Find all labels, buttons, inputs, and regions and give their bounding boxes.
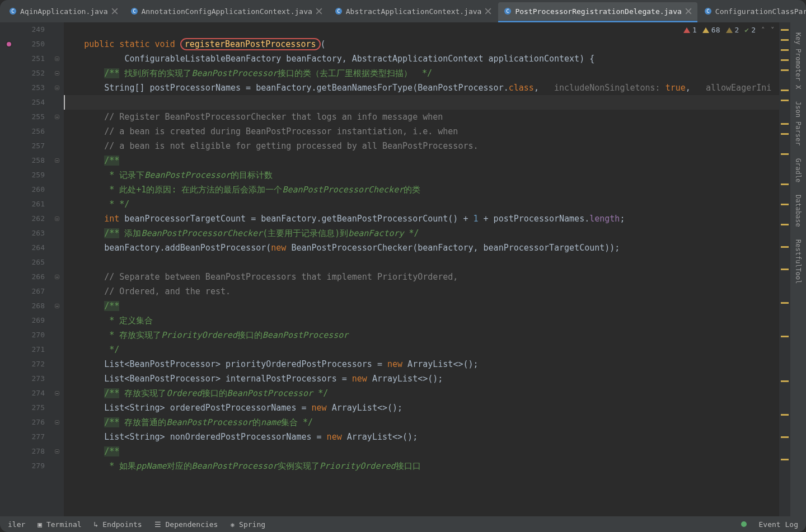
- stripe-warning-mark[interactable]: [781, 29, 789, 31]
- editor-tab[interactable]: CPostProcessorRegistrationDelegate.java: [498, 2, 697, 20]
- line-number[interactable]: 269: [18, 313, 45, 328]
- code-line[interactable]: * 存放实现了PriorityOrdered接口的BeanPostProcess…: [64, 328, 779, 342]
- close-icon[interactable]: [485, 8, 491, 15]
- editor-tab[interactable]: CAnnotationConfigApplicationContext.java: [125, 2, 328, 20]
- fold-toggle-icon[interactable]: [55, 449, 59, 454]
- code-line[interactable]: [64, 255, 779, 270]
- toolwindow-spring[interactable]: ❋ Spring: [230, 520, 265, 529]
- line-number[interactable]: 264: [18, 241, 45, 255]
- code-line[interactable]: */: [64, 342, 779, 357]
- stripe-warning-mark[interactable]: [781, 39, 789, 41]
- fold-toggle-icon[interactable]: [55, 391, 59, 396]
- toolwindow-gradle[interactable]: Gradle: [794, 158, 802, 182]
- code-line[interactable]: * */: [64, 197, 779, 211]
- line-number[interactable]: 258: [18, 153, 45, 168]
- stripe-warning-mark[interactable]: [781, 436, 789, 438]
- code-line[interactable]: // a bean is not eligible for getting pr…: [64, 139, 779, 153]
- line-number[interactable]: 268: [18, 299, 45, 313]
- fold-toggle-icon[interactable]: [55, 275, 59, 279]
- code-line[interactable]: // Ordered, and the rest.: [64, 284, 779, 299]
- inspection-down-icon[interactable]: ˅: [771, 26, 775, 34]
- fold-toggle-icon[interactable]: [55, 57, 59, 61]
- line-number[interactable]: 249: [18, 22, 45, 37]
- line-number[interactable]: 263: [18, 226, 45, 241]
- error-stripe[interactable]: [779, 22, 790, 516]
- editor-tab[interactable]: CConfigurationClassParser.j: [699, 2, 806, 20]
- fold-toggle-icon[interactable]: [55, 158, 59, 163]
- code-line[interactable]: /** 添加BeanPostProcessorChecker(主要用于记录信息)…: [64, 226, 779, 241]
- stripe-warning-mark[interactable]: [781, 153, 789, 155]
- stripe-warning-mark[interactable]: [781, 49, 789, 51]
- code-line[interactable]: /** 存放普通的BeanPostProcessor的name集合 */: [64, 415, 779, 430]
- fold-toggle-icon[interactable]: [55, 71, 59, 76]
- line-number[interactable]: 265: [18, 255, 45, 270]
- line-number[interactable]: 254: [18, 95, 45, 110]
- editor-tab[interactable]: CAqinApplication.java: [3, 2, 124, 20]
- code-line[interactable]: // Register BeanPostProcessorChecker tha…: [64, 110, 779, 124]
- stripe-warning-mark[interactable]: [781, 302, 789, 304]
- inspection-up-icon[interactable]: ˄: [761, 26, 765, 34]
- code-line[interactable]: * 记录下BeanPostProcessor的目标计数: [64, 168, 779, 182]
- toolwindow-truncated[interactable]: iler: [8, 520, 25, 529]
- code-line[interactable]: /**: [64, 444, 779, 459]
- inspection-summary[interactable]: 1 68 2 ✔2 ˄ ˅: [683, 26, 775, 34]
- stripe-warning-mark[interactable]: [781, 183, 789, 185]
- code-line[interactable]: String[] postProcessorNames = beanFactor…: [64, 81, 779, 95]
- line-number[interactable]: 261: [18, 197, 45, 211]
- code-line[interactable]: // Separate between BeanPostProcessors t…: [64, 270, 779, 284]
- fold-toggle-icon[interactable]: [55, 86, 59, 90]
- code-line[interactable]: List<BeanPostProcessor> internalPostProc…: [64, 371, 779, 386]
- line-number[interactable]: 276: [18, 415, 45, 430]
- line-number[interactable]: 250: [18, 37, 45, 51]
- toolwindow-json-parser[interactable]: Json Parser: [794, 101, 802, 145]
- line-number[interactable]: 277: [18, 430, 45, 444]
- toolwindow-dependencies[interactable]: ☰ Dependencies: [154, 520, 218, 529]
- code-line[interactable]: public static void registerBeanPostProce…: [64, 37, 779, 51]
- close-icon[interactable]: [316, 8, 322, 15]
- line-number[interactable]: 260: [18, 182, 45, 197]
- line-number[interactable]: 262: [18, 211, 45, 226]
- stripe-warning-mark[interactable]: [781, 414, 789, 416]
- line-number[interactable]: 266: [18, 270, 45, 284]
- line-number[interactable]: 278: [18, 444, 45, 459]
- line-number[interactable]: 256: [18, 124, 45, 139]
- line-number[interactable]: 274: [18, 386, 45, 401]
- fold-toggle-icon[interactable]: [55, 115, 59, 119]
- code-line[interactable]: // a bean is created during BeanPostProc…: [64, 124, 779, 139]
- toolwindow-terminal[interactable]: ▣ Terminal: [38, 520, 81, 529]
- close-icon[interactable]: [685, 8, 692, 15]
- code-line[interactable]: /**: [64, 299, 779, 313]
- toolwindow-database[interactable]: Database: [794, 195, 802, 227]
- code-line[interactable]: List<BeanPostProcessor> priorityOrderedP…: [64, 357, 779, 371]
- code-line[interactable]: int beanProcessorTargetCount = beanFacto…: [64, 211, 779, 226]
- line-number[interactable]: 252: [18, 66, 45, 81]
- code-line[interactable]: * 如果ppName对应的BeanPostProcessor实例实现了Prior…: [64, 459, 779, 473]
- line-number[interactable]: 255: [18, 110, 45, 124]
- stripe-warning-mark[interactable]: [781, 224, 789, 225]
- line-number[interactable]: 271: [18, 342, 45, 357]
- code-line[interactable]: * 此处+1的原因: 在此方法的最后会添加一个BeanPostProcessor…: [64, 182, 779, 197]
- line-number[interactable]: 257: [18, 139, 45, 153]
- stripe-warning-mark[interactable]: [781, 90, 789, 91]
- editor-tab[interactable]: CAbstractApplicationContext.java: [329, 2, 498, 20]
- code-line[interactable]: List<String> orderedPostProcessorNames =…: [64, 401, 779, 415]
- implements-gutter-icon[interactable]: [6, 41, 12, 48]
- line-number[interactable]: 259: [18, 168, 45, 182]
- code-line[interactable]: /** 存放实现了Ordered接口的BeanPostProcessor */: [64, 386, 779, 401]
- toolwindow-restfultool[interactable]: RestfulTool: [794, 239, 802, 284]
- code-line[interactable]: * 定义集合: [64, 313, 779, 328]
- code-line[interactable]: List<String> nonOrderedPostProcessorName…: [64, 430, 779, 444]
- line-number[interactable]: 253: [18, 81, 45, 95]
- stripe-warning-mark[interactable]: [781, 100, 789, 101]
- toolwindow-endpoints[interactable]: ↳ Endpoints: [94, 520, 142, 529]
- line-number[interactable]: 275: [18, 401, 45, 415]
- close-icon[interactable]: [111, 8, 118, 15]
- stripe-warning-mark[interactable]: [781, 69, 789, 71]
- stripe-warning-mark[interactable]: [781, 204, 789, 205]
- line-number[interactable]: 272: [18, 357, 45, 371]
- stripe-warning-mark[interactable]: [781, 246, 789, 248]
- code-editor[interactable]: 1 68 2 ✔2 ˄ ˅ public static void registe…: [64, 22, 779, 516]
- code-line[interactable]: [64, 22, 779, 37]
- fold-toggle-icon[interactable]: [55, 420, 59, 425]
- code-line[interactable]: /**: [64, 153, 779, 168]
